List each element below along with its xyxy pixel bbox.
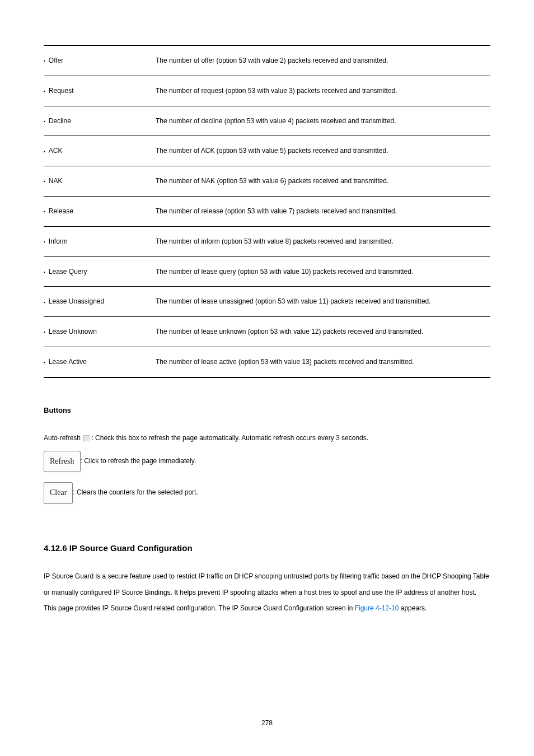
- clear-button[interactable]: Clear: [44, 482, 73, 504]
- row-label: Lease Unknown: [44, 328, 97, 335]
- refresh-line: Refresh: Click to refresh the page immed…: [44, 451, 490, 473]
- table-row: RequestThe number of request (option 53 …: [44, 76, 490, 106]
- checkbox-icon[interactable]: [83, 435, 90, 442]
- refresh-desc: : Click to refresh the page immediately.: [81, 457, 196, 465]
- table-row: NAKThe number of NAK (option 53 with val…: [44, 166, 490, 197]
- row-label-cell: Lease Query: [44, 256, 156, 287]
- table-row: OfferThe number of offer (option 53 with…: [44, 45, 490, 76]
- section-body: IP Source Guard is a secure feature used…: [44, 568, 490, 617]
- row-desc: The number of decline (option 53 with va…: [156, 106, 490, 136]
- row-label-cell: Lease Unassigned: [44, 287, 156, 317]
- table-row: Lease ActiveThe number of lease active (…: [44, 347, 490, 377]
- row-label-cell: Lease Active: [44, 347, 156, 377]
- row-desc: The number of lease unassigned (option 5…: [156, 287, 490, 317]
- row-label: ACK: [44, 147, 63, 155]
- row-label-cell: Offer: [44, 45, 156, 76]
- table-row: Lease UnknownThe number of lease unknown…: [44, 317, 490, 347]
- row-label-cell: Inform: [44, 226, 156, 256]
- table-row: Lease QueryThe number of lease query (op…: [44, 256, 490, 287]
- section-heading: 4.12.6 IP Source Guard Configuration: [44, 543, 490, 553]
- row-label-cell: Release: [44, 196, 156, 226]
- row-label-cell: Lease Unknown: [44, 317, 156, 347]
- table-row: InformThe number of inform (option 53 wi…: [44, 226, 490, 256]
- table-row: ReleaseThe number of release (option 53 …: [44, 196, 490, 226]
- row-desc: The number of request (option 53 with va…: [156, 76, 490, 106]
- figure-link[interactable]: Figure 4-12-10: [355, 604, 399, 612]
- row-label: Lease Unassigned: [44, 297, 104, 305]
- buttons-heading: Buttons: [44, 406, 490, 414]
- row-desc: The number of release (option 53 with va…: [156, 196, 490, 226]
- row-desc: The number of lease active (option 53 wi…: [156, 347, 490, 377]
- row-label: Release: [44, 207, 73, 215]
- row-desc: The number of lease query (option 53 wit…: [156, 256, 490, 287]
- refresh-button[interactable]: Refresh: [44, 451, 81, 473]
- row-label: NAK: [44, 177, 63, 185]
- clear-line: Clear: Clears the counters for the selec…: [44, 482, 490, 504]
- row-desc: The number of ACK (option 53 with value …: [156, 136, 490, 166]
- auto-refresh-prefix: Auto-refresh: [44, 434, 82, 442]
- row-label-cell: NAK: [44, 166, 156, 197]
- row-desc: The number of lease unknown (option 53 w…: [156, 317, 490, 347]
- page-number: 278: [0, 719, 534, 727]
- table-row: DeclineThe number of decline (option 53 …: [44, 106, 490, 136]
- row-desc: The number of NAK (option 53 with value …: [156, 166, 490, 197]
- row-label: Inform: [44, 237, 68, 245]
- table-row: ACKThe number of ACK (option 53 with val…: [44, 136, 490, 166]
- row-label: Lease Query: [44, 268, 87, 276]
- row-label-cell: Request: [44, 76, 156, 106]
- row-label: Request: [44, 87, 74, 95]
- row-label-cell: ACK: [44, 136, 156, 166]
- section-body-post: appears.: [399, 604, 427, 612]
- auto-refresh-suffix: : Check this box to refresh the page aut…: [91, 434, 368, 442]
- clear-desc: : Clears the counters for the selected p…: [73, 489, 198, 497]
- row-desc: The number of offer (option 53 with valu…: [156, 45, 490, 76]
- table-row: Lease UnassignedThe number of lease unas…: [44, 287, 490, 317]
- row-label: Lease Active: [44, 358, 87, 366]
- dhcp-statistics-table: OfferThe number of offer (option 53 with…: [44, 45, 490, 378]
- row-label: Offer: [44, 57, 63, 64]
- row-label: Decline: [44, 117, 71, 125]
- row-label-cell: Decline: [44, 106, 156, 136]
- auto-refresh-line: Auto-refresh : Check this box to refresh…: [44, 430, 490, 446]
- row-desc: The number of inform (option 53 with val…: [156, 226, 490, 256]
